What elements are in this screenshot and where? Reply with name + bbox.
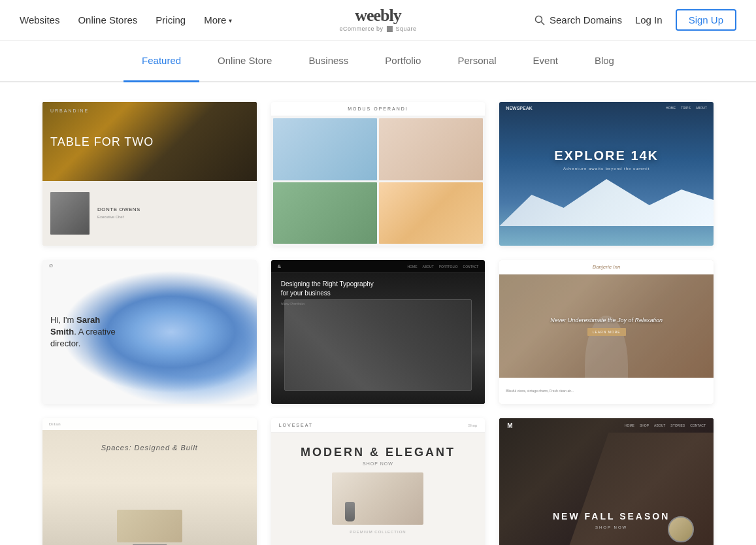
tab-personal[interactable]: Personal [439, 41, 514, 82]
tab-event[interactable]: Event [515, 41, 576, 82]
nav-right: Search Domains Log In Sign Up [534, 9, 736, 31]
templates-grid: URBANDINE TABLE FOR TWO DONTE OWENS Exec… [0, 102, 756, 545]
template-card-loveseat[interactable]: LOVESEAT Shop MODERN & ELEGANT SHOP NOW … [271, 418, 485, 545]
search-icon [534, 15, 545, 25]
tab-portfolio[interactable]: Portfolio [367, 41, 439, 82]
card-top: URBANDINE TABLE FOR TWO [42, 102, 257, 181]
photo-cell-4 [379, 182, 483, 244]
chevron-down-icon: ▾ [229, 17, 232, 24]
template-card-explore[interactable]: NEWSPEAK HOME TRIPS ABOUT EXPLORE 14K Ad… [499, 102, 714, 246]
template-card-spaces[interactable]: Dilan Spaces: Designed & Built SHOP NOW [42, 418, 257, 545]
template-card-sarah-smith[interactable]: ∅ Hi, I'm SarahSmith. A creativedirector… [42, 260, 257, 404]
search-domains-button[interactable]: Search Domains [534, 14, 622, 25]
more-label: More [204, 14, 226, 25]
nav-online-stores[interactable]: Online Stores [78, 14, 137, 25]
nav-pricing[interactable]: Pricing [156, 14, 186, 25]
photo-cell-2 [379, 118, 483, 180]
logo-text: weebly [339, 7, 416, 24]
login-button[interactable]: Log In [635, 14, 663, 25]
photo-cell-3 [273, 182, 377, 244]
site-header: Websites Online Stores Pricing More ▾ we… [0, 0, 756, 41]
nav-left: Websites Online Stores Pricing More ▾ [20, 14, 232, 25]
photo-cell-1 [273, 118, 377, 180]
logo-sub: eCommerce by Square [339, 25, 416, 32]
signup-button[interactable]: Sign Up [676, 9, 736, 31]
template-card-urbandine[interactable]: URBANDINE TABLE FOR TWO DONTE OWENS Exec… [42, 102, 257, 246]
search-label: Search Domains [550, 14, 622, 25]
template-card-fall-season[interactable]: M HOME SHOP ABOUT STORIES CONTACT NEW FA… [499, 418, 714, 545]
mountain-shape [499, 174, 714, 226]
nav-more-button[interactable]: More ▾ [204, 14, 232, 25]
chef-image [50, 192, 90, 235]
site-logo[interactable]: weebly eCommerce by Square [339, 7, 416, 32]
nav-websites[interactable]: Websites [20, 14, 59, 25]
hotel-image: Never Underestimate the Joy of Relaxatio… [499, 274, 714, 378]
square-icon [387, 26, 393, 32]
tab-featured[interactable]: Featured [123, 41, 199, 82]
template-card-typography[interactable]: & HOME ABOUT PORTFOLIO CONTACT Designing… [271, 260, 485, 404]
template-card-modus-operandi[interactable]: MODUS OPERANDI [271, 102, 485, 246]
tab-online-store[interactable]: Online Store [199, 41, 290, 82]
svg-line-1 [542, 22, 545, 25]
product-image [332, 472, 423, 525]
template-card-banjerie-inn[interactable]: Banjerie Inn Never Underestimate the Joy… [499, 260, 714, 404]
svg-point-0 [536, 16, 542, 22]
tab-blog[interactable]: Blog [576, 41, 633, 82]
tab-business[interactable]: Business [290, 41, 367, 82]
tabs-bar: Featured Online Store Business Portfolio… [0, 41, 756, 82]
